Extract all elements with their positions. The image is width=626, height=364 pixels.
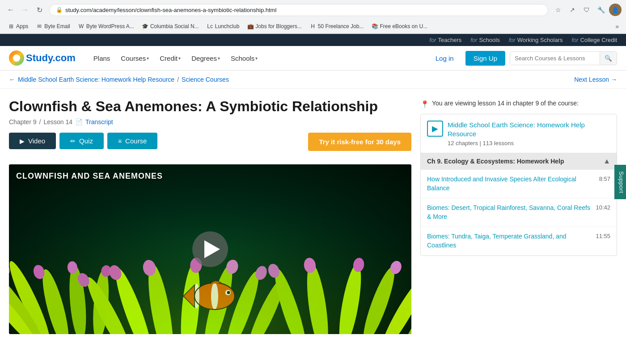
search-input[interactable] xyxy=(510,52,600,65)
nav-plans-label: Plans xyxy=(93,54,110,62)
play-button[interactable] xyxy=(192,231,228,267)
apps-icon: ⊞ xyxy=(8,23,14,29)
bookmark-columbia-label: Columbia Social N... xyxy=(150,23,199,29)
lesson-link-3[interactable]: Biomes: Tundra, Taiga, Temperate Grassla… xyxy=(427,232,591,250)
chapter-collapse-button[interactable]: ▲ xyxy=(603,157,610,165)
list-item[interactable]: How Introduced and Invasive Species Alte… xyxy=(421,170,617,198)
topbar-college-credit[interactable]: for College Credit xyxy=(571,37,617,43)
breadcrumb-science-link[interactable]: Science Courses xyxy=(182,76,229,83)
bookmark-apps[interactable]: ⊞ Apps xyxy=(4,22,32,31)
for-label-4: for xyxy=(571,37,578,43)
lesson-link-2[interactable]: Biomes: Desert, Tropical Rainforest, Sav… xyxy=(427,204,591,221)
signup-button[interactable]: Sign Up xyxy=(465,51,505,66)
main-header: Study.com Plans Courses ▾ Credit ▾ Degre… xyxy=(0,46,626,71)
shield-icon[interactable]: 🛡 xyxy=(580,4,593,16)
nav-schools[interactable]: Schools ▾ xyxy=(226,51,262,66)
refresh-button[interactable]: ↻ xyxy=(33,4,46,16)
nav-degrees[interactable]: Degrees ▾ xyxy=(187,51,224,66)
chapter-label: Chapter 9 xyxy=(9,118,36,126)
website: for Teachers for Schools for Working Sch… xyxy=(0,34,626,343)
lesson-duration-3: 11:55 xyxy=(596,232,610,239)
teachers-link[interactable]: Teachers xyxy=(438,37,461,43)
bookmark-columbia[interactable]: 🎓 Columbia Social N... xyxy=(139,22,203,31)
bookmark-byte-wordpress[interactable]: W Byte WordPress A... xyxy=(75,22,138,31)
viewing-note-text: You are viewing lesson 14 in chapter 9 o… xyxy=(432,100,579,107)
course-title-link[interactable]: Middle School Earth Science: Homework He… xyxy=(448,121,610,138)
bookmark-jobs-label: Jobs for Bloggers... xyxy=(255,23,301,29)
columbia-icon: 🎓 xyxy=(142,23,148,29)
search-icon: 🔍 xyxy=(605,55,612,62)
header-actions: Log in Sign Up 🔍 xyxy=(428,51,617,66)
login-button[interactable]: Log in xyxy=(428,51,461,66)
video-container: CLOWNFISH AND SEA ANEMONES xyxy=(9,164,411,334)
topbar-teachers[interactable]: for Teachers xyxy=(429,37,461,43)
tab-quiz-label: Quiz xyxy=(79,137,93,145)
nav-buttons: ← → ↻ xyxy=(4,4,46,16)
video-thumbnail[interactable]: CLOWNFISH AND SEA ANEMONES xyxy=(9,164,411,334)
forward-button[interactable]: → xyxy=(19,4,31,16)
course-card-header: ▶ Middle School Earth Science: Homework … xyxy=(421,114,617,153)
course-card: ▶ Middle School Earth Science: Homework … xyxy=(420,114,617,256)
bookmark-freelance[interactable]: H 50 Freelance Job... xyxy=(306,22,368,31)
viewing-note: 📍 You are viewing lesson 14 in chapter 9… xyxy=(420,98,617,109)
bookmark-byte-email[interactable]: ✉ Byte Email xyxy=(33,22,73,31)
try-risk-free-button[interactable]: Try it risk-free for 30 days xyxy=(308,133,411,151)
nav-credit-label: Credit xyxy=(160,54,178,62)
next-lesson-arrow-icon: → xyxy=(611,76,617,83)
stats-pipe: | xyxy=(480,140,483,146)
play-triangle-icon xyxy=(204,240,220,258)
bookmark-jobs[interactable]: 💼 Jobs for Bloggers... xyxy=(244,22,305,31)
video-title-text: CLOWNFISH AND SEA ANEMONES xyxy=(16,172,163,180)
search-button[interactable]: 🔍 xyxy=(600,52,617,65)
content-right: 📍 You are viewing lesson 14 in chapter 9… xyxy=(420,98,617,334)
list-item[interactable]: Biomes: Tundra, Taiga, Temperate Grassla… xyxy=(421,227,617,255)
lesson-link-1[interactable]: How Introduced and Invasive Species Alte… xyxy=(427,175,595,192)
video-title-overlay: CLOWNFISH AND SEA ANEMONES xyxy=(16,172,163,181)
lesson-title: Clownfish & Sea Anemones: A Symbiotic Re… xyxy=(9,98,411,115)
college-credit-link[interactable]: College Credit xyxy=(580,37,617,43)
top-bar: for Teachers for Schools for Working Sch… xyxy=(0,34,626,46)
breadcrumb-separator: / xyxy=(177,76,179,83)
nav-courses[interactable]: Courses ▾ xyxy=(116,51,153,66)
breadcrumb-course-link[interactable]: Middle School Earth Science: Homework He… xyxy=(18,76,174,83)
bookmark-ebooks-label: Free eBooks on U... xyxy=(380,23,427,29)
quiz-tab-icon: ✏ xyxy=(70,138,76,145)
tab-quiz[interactable]: ✏ Quiz xyxy=(59,133,104,149)
next-lesson-label: Next Lesson xyxy=(574,76,609,83)
tab-video-label: Video xyxy=(28,137,45,145)
address-bar[interactable]: 🔒 study.com/academy/lesson/clownfish-sea… xyxy=(49,4,548,16)
tab-course[interactable]: ≡ Course xyxy=(107,133,158,149)
url-text: study.com/academy/lesson/clownfish-sea-a… xyxy=(65,7,541,13)
pin-icon: 📍 xyxy=(420,100,429,109)
logo[interactable]: Study.com xyxy=(9,50,76,66)
breadcrumb-bar: ← Middle School Earth Science: Homework … xyxy=(0,71,626,89)
tab-course-label: Course xyxy=(125,137,147,145)
course-stats: 12 chapters | 113 lessons xyxy=(448,140,610,146)
next-lesson-link[interactable]: Next Lesson → xyxy=(574,76,617,83)
schools-link[interactable]: Schools xyxy=(479,37,499,43)
working-scholars-link[interactable]: Working Scholars xyxy=(517,37,563,43)
star-button[interactable]: ☆ xyxy=(552,4,564,16)
extension-button[interactable]: 🔧 xyxy=(595,4,607,16)
doc-icon: 📄 xyxy=(75,118,83,126)
list-item[interactable]: Biomes: Desert, Tropical Rainforest, Sav… xyxy=(421,198,617,227)
tab-video[interactable]: ▶ Video xyxy=(9,133,56,149)
bookmark-lunchclub[interactable]: Lc Lunchclub xyxy=(203,22,243,31)
transcript-link[interactable]: Transcript xyxy=(85,118,113,126)
support-tab[interactable]: Support xyxy=(614,165,626,199)
main-content: Clownfish & Sea Anemones: A Symbiotic Re… xyxy=(0,89,626,343)
breadcrumb-left: ← Middle School Earth Science: Homework … xyxy=(9,76,229,83)
avatar[interactable]: 👤 xyxy=(609,4,622,16)
bookmarks-bar: ⊞ Apps ✉ Byte Email W Byte WordPress A..… xyxy=(0,20,626,33)
topbar-schools[interactable]: for Schools xyxy=(470,37,499,43)
bookmark-apps-label: Apps xyxy=(16,23,28,29)
bookmarks-more-button[interactable]: » xyxy=(613,21,622,31)
nav-plans[interactable]: Plans xyxy=(89,51,115,66)
for-label-1: for xyxy=(429,37,436,43)
share-button[interactable]: ↗ xyxy=(566,4,579,16)
bookmark-ebooks[interactable]: 📚 Free eBooks on U... xyxy=(368,22,431,31)
back-button[interactable]: ← xyxy=(4,4,17,16)
nav-credit[interactable]: Credit ▾ xyxy=(155,51,185,66)
search-box: 🔍 xyxy=(510,51,617,65)
topbar-working-scholars[interactable]: for Working Scholars xyxy=(509,37,563,43)
